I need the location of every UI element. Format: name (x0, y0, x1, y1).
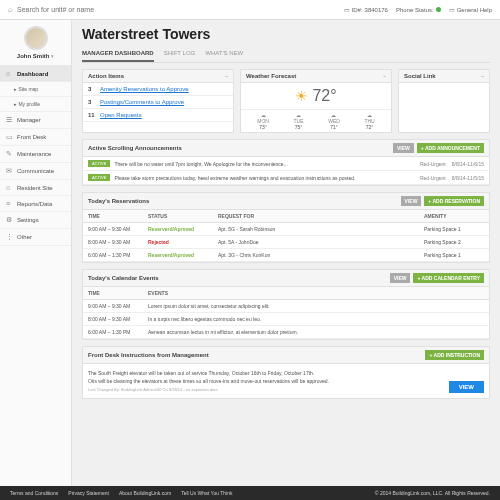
nav-icon: ⚙ (6, 216, 14, 224)
footer-link[interactable]: About BuildingLink.com (119, 490, 171, 496)
footer-link[interactable]: Tell Us What You Think (181, 490, 232, 496)
search-icon: ⌕ (8, 5, 13, 14)
nav-icon: ⌂ (6, 70, 14, 77)
view-button[interactable]: VIEW (390, 273, 411, 283)
sidebar-item-maintenance[interactable]: ✎Maintenance (0, 146, 71, 163)
avatar[interactable] (24, 26, 48, 50)
footer-link[interactable]: Privacy Statement (68, 490, 109, 496)
table-row[interactable]: 9:00 AM – 9:30 AMReserverd/AprovedApt. 5… (83, 223, 489, 236)
add-calendar-button[interactable]: + ADD CALENDAR ENTRY (413, 273, 484, 283)
add-reservation-button[interactable]: + ADD RESERVATION (424, 196, 484, 206)
nav-icon: ☰ (6, 116, 14, 124)
announcement-row[interactable]: ACTIVEThere will be no water until 7pm t… (83, 157, 489, 171)
tab-what-s-new[interactable]: WHAT'S NEW (205, 46, 243, 62)
table-row[interactable]: 8:00 AM – 9:30 AMIn a turpis nec libero … (83, 313, 489, 326)
help-link[interactable]: ▭ General Help (449, 6, 492, 13)
view-button[interactable]: VIEW (393, 143, 414, 153)
announcements-card: Active Scrolling Announcements VIEW+ ADD… (82, 139, 490, 186)
sidebar-item-reports-data[interactable]: ≡Reports/Data (0, 196, 71, 212)
table-row[interactable]: 6:00 AM – 1:30 PMReserverd/AprovedApt. 3… (83, 249, 489, 262)
action-items-panel: Action Items– 3Amenity Reservations to A… (82, 69, 234, 133)
topbar: ⌕ ▭ ID#: 3840176 Phone Status: ▭ General… (0, 0, 500, 20)
sidebar: John Smith ▾ ⌂Dashboard▸ Site map▸ My pr… (0, 20, 72, 486)
tab-manager-dashboard[interactable]: MANAGER DASHBOARD (82, 46, 154, 62)
id-display: ▭ ID#: 3840176 (344, 6, 388, 13)
nav-icon: ⋮ (6, 233, 14, 241)
page-title: Waterstreet Towers (82, 26, 490, 42)
add-announcement-button[interactable]: + ADD ANNOUNCEMENT (417, 143, 484, 153)
sidebar-item-dashboard[interactable]: ⌂Dashboard (0, 66, 71, 82)
frontdesk-card: Front Desk Instructions from Management … (82, 346, 490, 399)
content: Waterstreet Towers MANAGER DASHBOARDSHIF… (72, 20, 500, 486)
status-dot-icon (436, 7, 441, 12)
phone-status: Phone Status: (396, 7, 441, 13)
view-button[interactable]: VIEW (401, 196, 422, 206)
reservations-card: Today's Reservations VIEW+ ADD RESERVATI… (82, 192, 490, 263)
weather-panel: Weather Forecast– ☀72° ☁MON73°☁TUE75°☁WE… (240, 69, 392, 133)
username[interactable]: John Smith ▾ (6, 53, 65, 59)
action-link[interactable]: Open Requests (100, 112, 142, 118)
add-instruction-button[interactable]: + ADD INSTRUCTION (425, 350, 484, 360)
nav-icon: ⌂ (6, 184, 14, 191)
profile: John Smith ▾ (0, 20, 71, 66)
sidebar-sub-site-map[interactable]: ▸ Site map (0, 82, 71, 97)
calendar-card: Today's Calendar Events VIEW+ ADD CALEND… (82, 269, 490, 340)
action-link[interactable]: Amenity Reservations to Approve (100, 86, 189, 92)
weather-icon: ☀ (295, 88, 308, 104)
announcement-row[interactable]: ACTIVEPlease take storm precautions toda… (83, 171, 489, 185)
sidebar-item-front-desk[interactable]: ▭Front Desk (0, 129, 71, 146)
sidebar-sub-my-profile[interactable]: ▸ My profile (0, 97, 71, 112)
nav-icon: ✎ (6, 150, 14, 158)
search-input[interactable] (17, 6, 344, 13)
sidebar-item-settings[interactable]: ⚙Settings (0, 212, 71, 229)
nav-icon: ≡ (6, 200, 14, 207)
tabs: MANAGER DASHBOARDSHIFT LOGWHAT'S NEW (82, 46, 490, 63)
sidebar-item-communicate[interactable]: ✉Communicate (0, 163, 71, 180)
sidebar-item-other[interactable]: ⋮Other (0, 229, 71, 246)
tab-shift-log[interactable]: SHIFT LOG (164, 46, 196, 62)
nav-icon: ✉ (6, 167, 14, 175)
footer: Terms and ConditionsPrivacy StatementAbo… (0, 486, 500, 500)
action-link[interactable]: Postings/Comments to Approve (100, 99, 184, 105)
social-panel: Social Link– (398, 69, 490, 133)
table-row[interactable]: 9:00 AM – 9:30 AMLorem ipsum dolor sit a… (83, 300, 489, 313)
sidebar-item-manager[interactable]: ☰Manager (0, 112, 71, 129)
table-row[interactable]: 8:00 AM – 9:30 AMRejectedApt. 5A - JohnD… (83, 236, 489, 249)
table-row[interactable]: 6:00 AM – 1:30 PMAenean accumsan lectus … (83, 326, 489, 339)
view-button[interactable]: VIEW (449, 381, 484, 393)
nav-icon: ▭ (6, 133, 14, 141)
sidebar-item-resident-site[interactable]: ⌂Resident Site (0, 180, 71, 196)
footer-link[interactable]: Terms and Conditions (10, 490, 58, 496)
